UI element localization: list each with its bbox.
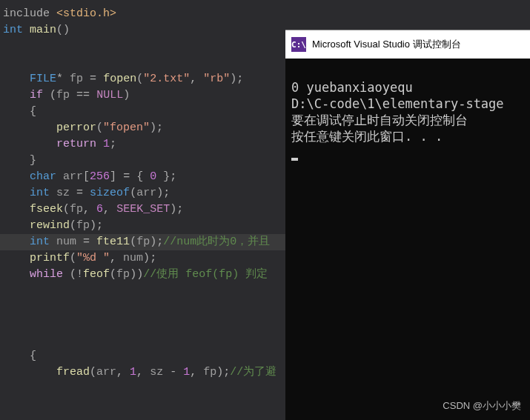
console-titlebar[interactable]: C:\ Microsoft Visual Studio 调试控制台 [285,30,530,59]
console-output: 0 yuebanxiaoyequ D:\C-code\1\elementary-… [285,59,530,165]
watermark: CSDN @小小小樊 [443,399,521,413]
vs-icon: C:\ [291,37,306,52]
console-title: Microsoft Visual Studio 调试控制台 [312,38,461,51]
console-cursor [291,158,298,161]
code-line: include <stdio.h> [0,6,530,22]
debug-console-window[interactable]: C:\ Microsoft Visual Studio 调试控制台 0 yueb… [285,30,530,420]
